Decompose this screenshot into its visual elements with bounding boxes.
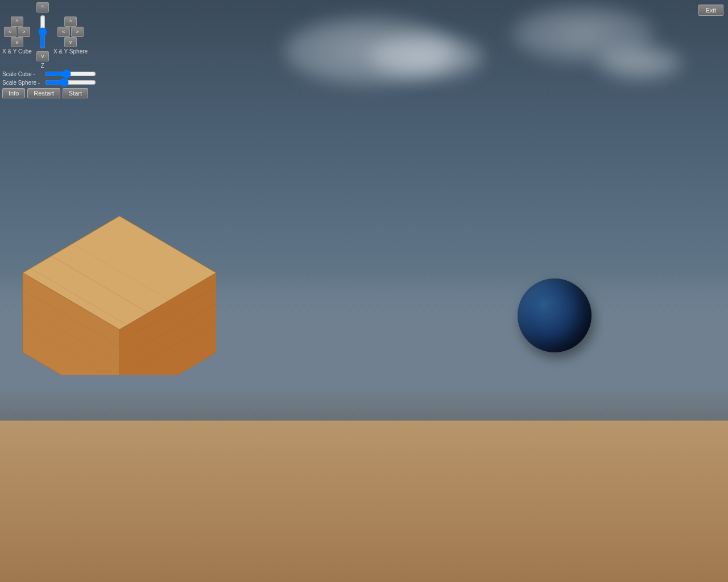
exit-button[interactable]: Exit	[698, 5, 723, 16]
z-up-btn[interactable]: ^	[36, 2, 49, 13]
cube-left-btn[interactable]: <	[4, 27, 16, 37]
wooden-cube	[11, 199, 216, 375]
sphere-xy-controls: ^ < > v X & Y Sphere	[53, 16, 88, 55]
sphere-up-btn[interactable]: ^	[64, 16, 77, 27]
cube-xy-controls: ^ < > v X & Y Cube	[2, 16, 32, 55]
cube-down-btn[interactable]: v	[11, 37, 23, 47]
info-button[interactable]: Info	[2, 88, 25, 98]
cube-right-btn[interactable]: >	[18, 27, 30, 37]
horizon-haze	[0, 386, 728, 421]
scale-cube-slider[interactable]	[45, 70, 96, 77]
sphere-down-btn[interactable]: v	[64, 37, 77, 47]
scale-cube-label: Scale Cube -	[2, 71, 45, 77]
z-controls: ^ v Z	[36, 2, 49, 69]
sphere-left-btn[interactable]: <	[57, 27, 70, 37]
cube-up-btn[interactable]: ^	[11, 16, 23, 27]
scale-sphere-label: Scale Sphere -	[2, 80, 45, 86]
scale-cube-row: Scale Cube -	[2, 70, 96, 77]
sphere-right-btn[interactable]: >	[71, 27, 84, 37]
cloud-2	[370, 34, 483, 80]
cloud-4	[597, 45, 682, 80]
action-buttons: Info Restart Start	[2, 88, 96, 98]
start-button[interactable]: Start	[63, 88, 88, 98]
controls-panel: ^ < > v X & Y Cube ^ v Z	[0, 0, 98, 101]
ground-plane	[0, 421, 728, 582]
scale-sphere-slider[interactable]	[45, 79, 96, 86]
sphere-xy-label: X & Y Sphere	[53, 48, 88, 55]
restart-button[interactable]: Restart	[27, 88, 60, 98]
scale-sphere-row: Scale Sphere -	[2, 79, 96, 86]
z-down-btn[interactable]: v	[36, 51, 49, 61]
3d-scene: ^ < > v X & Y Cube ^ v Z	[0, 0, 728, 421]
cube-xy-label: X & Y Cube	[2, 48, 32, 55]
blue-sphere	[518, 278, 592, 352]
z-label: Z	[41, 63, 44, 69]
z-slider[interactable]	[39, 15, 47, 49]
